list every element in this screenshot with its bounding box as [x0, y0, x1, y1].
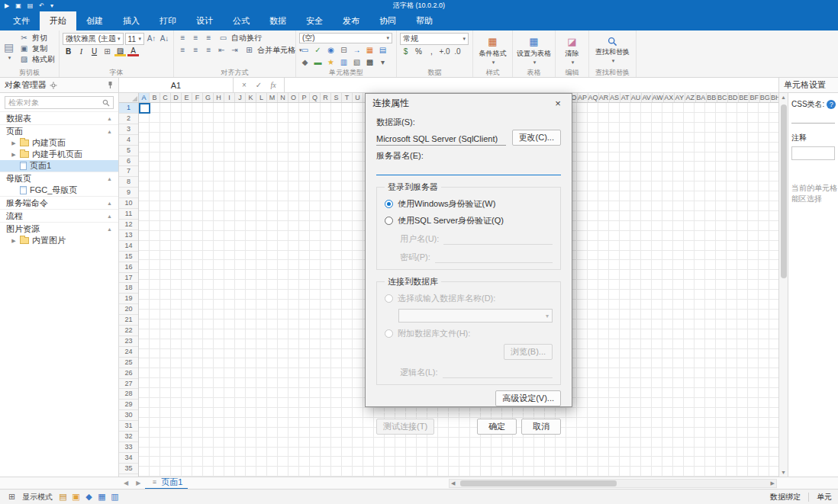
copy-button[interactable]: ▣复制 — [17, 43, 56, 53]
align-center-icon[interactable]: ≡ — [190, 45, 201, 56]
tab-文件[interactable]: 文件 — [3, 11, 40, 30]
fx-icon[interactable]: fx — [269, 80, 277, 91]
percent-icon[interactable]: % — [413, 47, 424, 57]
tab-数据[interactable]: 数据 — [259, 11, 296, 30]
column-header-O[interactable]: O — [288, 93, 299, 102]
logic-view-icon[interactable]: ◆ — [83, 492, 95, 502]
horizontal-scrollbar[interactable]: ◀ ▶ — [449, 479, 777, 488]
vertical-scrollbar[interactable]: ▲ ▼ — [778, 93, 788, 477]
currency-icon[interactable]: $ — [400, 47, 411, 57]
more-cell-types-icon[interactable]: ▾ — [377, 57, 388, 68]
advanced-button[interactable]: 高级设定(V)... — [495, 390, 561, 406]
attachment-cell-icon[interactable]: ◆ — [299, 57, 311, 68]
row-header-9[interactable]: 9 — [119, 188, 138, 198]
page-view-icon[interactable]: ▤ — [57, 492, 69, 502]
column-header-M[interactable]: M — [267, 93, 278, 102]
css-class-input[interactable] — [791, 113, 835, 124]
server-name-input[interactable] — [376, 163, 561, 175]
next-sheet-icon[interactable]: ▶ — [133, 480, 143, 486]
vertical-scroll-thumb[interactable] — [781, 104, 787, 278]
comment-input[interactable] — [791, 146, 835, 160]
column-header-I[interactable]: I — [224, 93, 235, 102]
column-header-Q[interactable]: Q — [310, 93, 321, 102]
merge-cells-button[interactable]: ⊞合并单元格▾ — [242, 46, 304, 56]
row-header-5[interactable]: 5 — [119, 146, 138, 156]
row-header-32[interactable]: 32 — [119, 432, 138, 442]
tab-协同[interactable]: 协同 — [369, 11, 406, 30]
column-header-J[interactable]: J — [235, 93, 246, 102]
clear-button[interactable]: ◪ 清除 ▾ — [564, 36, 581, 66]
save-icon[interactable]: ▣ — [15, 3, 21, 9]
name-box[interactable]: A1 — [119, 78, 234, 92]
undo-icon[interactable]: ↶ — [39, 3, 44, 9]
bold-button[interactable]: B — [63, 47, 74, 57]
progress-cell-icon[interactable]: ▬ — [312, 57, 324, 68]
image-cell-icon[interactable]: ▦ — [364, 45, 375, 56]
column-header-BD[interactable]: BD — [728, 93, 739, 102]
monitor-view-icon[interactable]: ▥ — [109, 492, 121, 502]
listview-cell-icon[interactable]: ▥ — [338, 57, 350, 68]
row-header-20[interactable]: 20 — [119, 304, 138, 315]
column-header-BE[interactable]: BE — [739, 93, 749, 102]
format-as-table-button[interactable]: ▦ 设置为表格 ▾ — [515, 36, 553, 66]
column-header-AR[interactable]: AR — [599, 93, 610, 102]
tree-item-内建页面[interactable]: ▶内建页面 — [0, 137, 118, 149]
column-header-A[interactable]: A — [139, 93, 150, 102]
align-bottom-icon[interactable]: ≡ — [203, 33, 214, 43]
active-cell[interactable] — [139, 103, 150, 114]
column-header-N[interactable]: N — [278, 93, 288, 102]
row-header-4[interactable]: 4 — [119, 135, 138, 146]
column-header-G[interactable]: G — [203, 93, 214, 102]
decrease-font-icon[interactable]: A↓ — [159, 34, 170, 44]
tab-设计[interactable]: 设计 — [186, 11, 223, 30]
column-header-BF[interactable]: BF — [749, 93, 760, 102]
tree-section-数据表[interactable]: 数据表▲ — [0, 111, 118, 124]
change-button[interactable]: 更改(C)... — [512, 130, 561, 146]
column-header-AT[interactable]: AT — [620, 93, 631, 102]
column-header-C[interactable]: C — [160, 93, 171, 102]
tree-item-FGC_母版页[interactable]: FGC_母版页 — [0, 185, 118, 196]
tree-section-服务端命令[interactable]: 服务端命令▲ — [0, 196, 118, 209]
tree-section-流程[interactable]: 流程▲ — [0, 209, 118, 222]
row-header-22[interactable]: 22 — [119, 326, 138, 336]
align-middle-icon[interactable]: ≡ — [190, 33, 201, 43]
help-icon[interactable]: ? — [827, 100, 836, 109]
column-header-F[interactable]: F — [192, 93, 203, 102]
preview-icon[interactable]: ▤ — [27, 3, 34, 9]
column-header-BB[interactable]: BB — [707, 93, 717, 102]
row-header-11[interactable]: 11 — [119, 209, 138, 220]
align-right-icon[interactable]: ≡ — [203, 45, 214, 56]
tree-item-内建手机页面[interactable]: ▶内建手机页面 — [0, 149, 118, 160]
row-header-26[interactable]: 26 — [119, 368, 138, 379]
qat-menu-icon[interactable]: ▾ — [50, 3, 53, 9]
tree-section-页面[interactable]: 页面▲ — [0, 124, 118, 137]
row-header-8[interactable]: 8 — [119, 177, 138, 188]
format-painter-button[interactable]: ▨格式刷 — [17, 54, 56, 64]
increase-decimal-icon[interactable]: +.0 — [439, 47, 450, 57]
increase-font-icon[interactable]: A↑ — [146, 34, 157, 44]
checkbox-cell-icon[interactable]: ✓ — [312, 45, 324, 56]
tab-打印[interactable]: 打印 — [150, 11, 186, 30]
row-header-19[interactable]: 19 — [119, 294, 138, 304]
column-header-BA[interactable]: BA — [696, 93, 707, 102]
column-header-AP[interactable]: AP — [578, 93, 588, 102]
conditional-format-button[interactable]: ▦ 条件格式 ▾ — [478, 36, 508, 66]
horizontal-scroll-thumb[interactable] — [460, 480, 617, 486]
row-header-35[interactable]: 35 — [119, 464, 138, 474]
row-header-10[interactable]: 10 — [119, 198, 138, 209]
button-cell-icon[interactable]: ▭ — [299, 45, 311, 56]
row-header-30[interactable]: 30 — [119, 410, 138, 421]
column-header-R[interactable]: R — [321, 93, 331, 102]
column-header-T[interactable]: T — [342, 93, 353, 102]
tree-section-母版页[interactable]: 母版页▲ — [0, 172, 118, 185]
row-header-34[interactable]: 34 — [119, 453, 138, 464]
row-header-25[interactable]: 25 — [119, 358, 138, 368]
row-header-15[interactable]: 15 — [119, 252, 138, 262]
row-header-28[interactable]: 28 — [119, 389, 138, 400]
scroll-up-icon[interactable]: ▲ — [781, 95, 786, 100]
number-format-select[interactable]: 常规▾ — [400, 33, 469, 45]
increase-indent-icon[interactable]: ⇥ — [229, 45, 240, 56]
column-header-P[interactable]: P — [299, 93, 310, 102]
column-header-E[interactable]: E — [182, 93, 192, 102]
tab-开始[interactable]: 开始 — [40, 11, 76, 30]
